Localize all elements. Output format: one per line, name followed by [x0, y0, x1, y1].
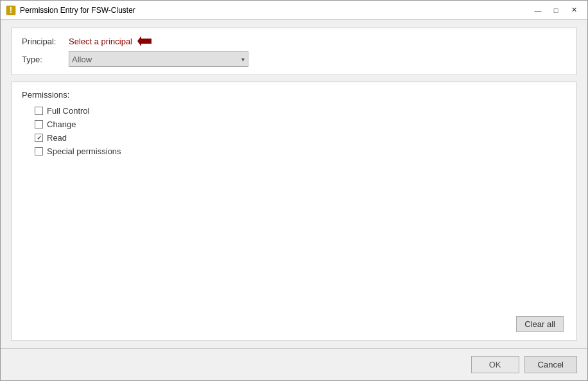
dialog-title: Permission Entry for FSW-Cluster [20, 6, 135, 15]
type-select-wrapper: Allow Deny [69, 51, 248, 67]
change-label: Change [47, 120, 76, 129]
clear-all-area: Clear all [22, 316, 566, 332]
type-row: Type: Allow Deny [22, 51, 566, 67]
svg-text:!: ! [10, 5, 12, 15]
principal-label: Principal: [22, 37, 64, 46]
close-button[interactable]: ✕ [566, 3, 582, 17]
read-checkbox[interactable]: ✓ [35, 134, 43, 142]
dialog-icon: ! [6, 5, 16, 15]
permissions-list: Full Control Change ✓ Read Specia [22, 106, 566, 156]
title-bar-left: ! Permission Entry for FSW-Cluster [6, 5, 135, 15]
type-label: Type: [22, 55, 64, 64]
principal-row: Principal: Select a principal [22, 36, 566, 46]
full-control-checkbox[interactable] [35, 107, 43, 115]
maximize-button[interactable]: □ [548, 3, 564, 17]
bottom-bar: OK Cancel [1, 348, 587, 380]
clear-all-button[interactable]: Clear all [516, 316, 564, 332]
permission-entry-dialog: ! Permission Entry for FSW-Cluster — □ ✕… [0, 0, 588, 381]
permissions-title: Permissions: [22, 90, 566, 100]
read-label: Read [47, 133, 67, 143]
list-item: Change [35, 120, 566, 129]
top-section: Principal: Select a principal Type: Allo… [11, 28, 577, 75]
dialog-content: Principal: Select a principal Type: Allo… [1, 20, 587, 348]
type-select[interactable]: Allow Deny [69, 51, 248, 67]
ok-button[interactable]: OK [471, 356, 519, 373]
minimize-button[interactable]: — [530, 3, 546, 17]
list-item: Special permissions [35, 146, 566, 156]
select-principal-link[interactable]: Select a principal [69, 37, 132, 46]
change-checkbox[interactable] [35, 120, 43, 128]
special-permissions-checkbox[interactable] [35, 147, 43, 155]
special-permissions-label: Special permissions [47, 146, 121, 156]
full-control-label: Full Control [47, 106, 89, 116]
svg-marker-2 [137, 36, 151, 46]
arrow-icon [137, 36, 151, 46]
list-item: ✓ Read [35, 133, 566, 143]
check-mark-icon: ✓ [37, 134, 42, 141]
list-item: Full Control [35, 106, 566, 116]
title-bar: ! Permission Entry for FSW-Cluster — □ ✕ [1, 1, 587, 20]
title-bar-buttons: — □ ✕ [530, 3, 582, 17]
permissions-section: Permissions: Full Control Change ✓ [11, 82, 577, 341]
cancel-button[interactable]: Cancel [524, 356, 577, 373]
